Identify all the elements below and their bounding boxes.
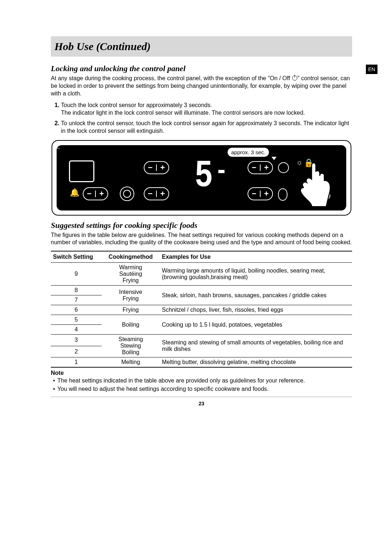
dual-zone-icon [278, 188, 287, 201]
minus-icon: − [248, 164, 260, 172]
page-title: Hob Use (Continued) [54, 40, 151, 53]
settings-intro: The figures in the table below are guide… [51, 232, 352, 247]
note-heading: Note [51, 370, 352, 376]
plus-icon: + [261, 190, 272, 198]
note-list: The heat settings indicated in the table… [51, 377, 352, 393]
cell-example: Steak, sirloin, hash browns, sausages, p… [160, 286, 352, 305]
step-2: To unlock the control sensor, touch the … [61, 120, 352, 135]
cell-method: Melting [102, 357, 160, 368]
plus-icon: + [157, 164, 168, 172]
page-number: 23 [51, 401, 352, 406]
zone-selector-icon [120, 187, 134, 201]
note-item: You will need to adjust the heat setting… [57, 385, 352, 393]
minus-icon: − [83, 190, 95, 198]
segment-display-5: 5 [195, 156, 211, 195]
section-heading-settings: Suggested settings for cooking specific … [51, 221, 352, 230]
minus-icon: − [248, 190, 260, 198]
cell-method: Intensive Frying [102, 286, 160, 305]
zone-control-bottom-1: − + [144, 187, 169, 200]
cell-example: Cooking up to 1.5 l liquid, potatoes, ve… [160, 315, 352, 335]
table-row: 6 Frying Schnitzel / chops, liver, fish,… [51, 305, 352, 315]
table-row: 8 Intensive Frying Steak, sirloin, hash … [51, 286, 352, 295]
cell-example: Schnitzel / chops, liver, fish, rissoles… [160, 305, 352, 315]
plus-icon: + [96, 190, 107, 198]
language-badge: EN [366, 65, 377, 74]
control-panel: approx. 3 sec. − + − + 🔔 − + − + [57, 145, 346, 210]
cell-setting: 7 [51, 295, 102, 305]
plus-icon: + [261, 164, 272, 172]
hand-pointing-icon [294, 159, 335, 208]
header-switch: Switch Setting [51, 251, 102, 263]
cell-example: Melting butter, dissolving gelatine, mel… [160, 357, 352, 368]
dual-zone-icon [278, 162, 289, 173]
cell-setting: 2 [51, 346, 102, 357]
table-row: 1 Melting Melting butter, dissolving gel… [51, 357, 352, 368]
settings-table: Switch Setting Cookingmethod Examples fo… [51, 251, 352, 368]
segment-display-minus: − [57, 145, 346, 152]
cell-method: Frying [102, 305, 160, 315]
cell-method: Warming Sautéing Frying [102, 263, 160, 286]
display-box [69, 160, 94, 182]
header-examples: Examples for Use [160, 251, 352, 263]
minus-icon: − [144, 164, 156, 172]
cell-example: Steaming and stewing of small amounts of… [160, 335, 352, 357]
header-method: Cookingmethod [102, 251, 160, 263]
table-row: 3 Steaming Stewing Boiling Steaming and … [51, 335, 352, 346]
cell-setting: 3 [51, 335, 102, 346]
control-panel-figure: approx. 3 sec. − + − + 🔔 − + − + [52, 140, 351, 216]
intro-text-a: At any stage during the cooking process,… [51, 75, 290, 81]
cell-method: Boiling [102, 315, 160, 335]
bell-icon: 🔔 [70, 188, 79, 197]
note-item: The heat settings indicated in the table… [57, 377, 352, 385]
timer-control: − + [83, 187, 108, 200]
minus-icon: − [144, 190, 156, 198]
footer-divider [51, 397, 352, 397]
zone-control-top-2: − + [248, 161, 273, 174]
segment-display-dash: - [215, 158, 228, 185]
cell-setting: 8 [51, 286, 102, 295]
cell-setting: 1 [51, 357, 102, 368]
power-icon [292, 75, 297, 81]
cell-setting: 5 [51, 315, 102, 325]
cell-setting: 4 [51, 325, 102, 335]
speech-bubble: approx. 3 sec. [227, 147, 269, 157]
cell-method: Steaming Stewing Boiling [102, 335, 160, 357]
title-band: Hob Use (Continued) EN [51, 36, 352, 57]
step-1: Touch the lock control sensor for approx… [61, 102, 352, 117]
zone-control-top-1: − + [144, 161, 169, 174]
speech-tail [271, 157, 277, 161]
table-row: 9 Warming Sautéing Frying Warming large … [51, 263, 352, 286]
cell-setting: 6 [51, 305, 102, 315]
cell-setting: 9 [51, 263, 102, 286]
cell-example: Warming large amounts of liquid, boiling… [160, 263, 352, 286]
plus-icon: + [157, 190, 168, 198]
locking-steps: Touch the lock control sensor for approx… [51, 102, 352, 135]
table-row: 5 Boiling Cooking up to 1.5 l liquid, po… [51, 315, 352, 325]
zone-control-bottom-2: − + [248, 187, 273, 200]
table-header-row: Switch Setting Cookingmethod Examples fo… [51, 251, 352, 263]
locking-intro: At any stage during the cooking process,… [51, 75, 352, 97]
section-heading-locking: Locking and unlocking the control panel [51, 64, 352, 73]
